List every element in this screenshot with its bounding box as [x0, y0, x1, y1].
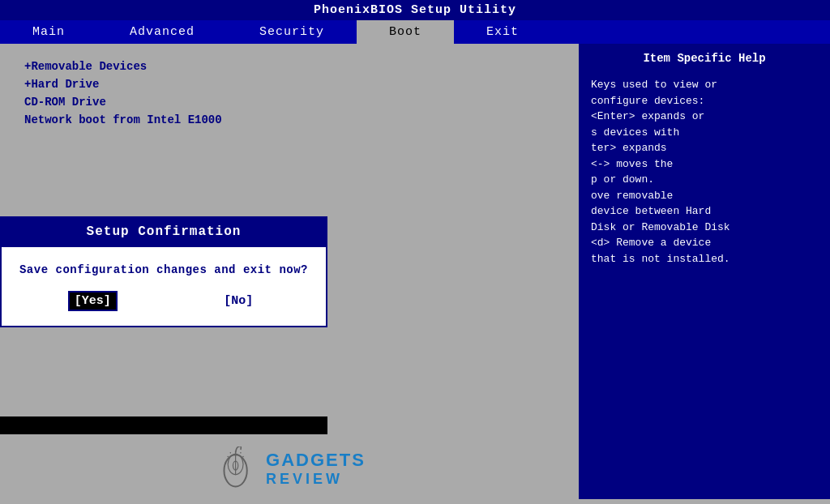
dialog-question: Save configuration changes and exit now?: [18, 263, 310, 276]
right-panel: Item Specific Help Keys used to view orc…: [579, 44, 830, 499]
menu-security[interactable]: Security: [227, 20, 357, 44]
dialog-no-button[interactable]: [No]: [219, 293, 258, 310]
dialog-buttons: [Yes] [No]: [18, 293, 310, 310]
dialog-box: Setup Confirmation Save configuration ch…: [0, 216, 327, 327]
help-panel-text: Keys used to view orconfigure devices:<E…: [591, 77, 818, 267]
menu-bar: Main Advanced Security Boot Exit: [0, 20, 830, 44]
dialog-title: Setup Confirmation: [2, 218, 326, 246]
title-bar: PhoenixBIOS Setup Utility: [0, 0, 830, 20]
main-content: +Removable Devices +Hard Drive CD-ROM Dr…: [0, 44, 830, 499]
left-panel: +Removable Devices +Hard Drive CD-ROM Dr…: [0, 44, 579, 499]
dialog-yes-button[interactable]: [Yes]: [70, 293, 116, 310]
help-panel-title: Item Specific Help: [591, 52, 818, 65]
menu-advanced[interactable]: Advanced: [97, 20, 227, 44]
menu-main[interactable]: Main: [0, 20, 97, 44]
menu-exit[interactable]: Exit: [454, 20, 551, 44]
dialog-overlay: Setup Confirmation Save configuration ch…: [0, 44, 327, 499]
dialog-body: Save configuration changes and exit now?…: [2, 247, 326, 326]
menu-boot[interactable]: Boot: [357, 20, 454, 44]
app-title: PhoenixBIOS Setup Utility: [314, 3, 516, 17]
